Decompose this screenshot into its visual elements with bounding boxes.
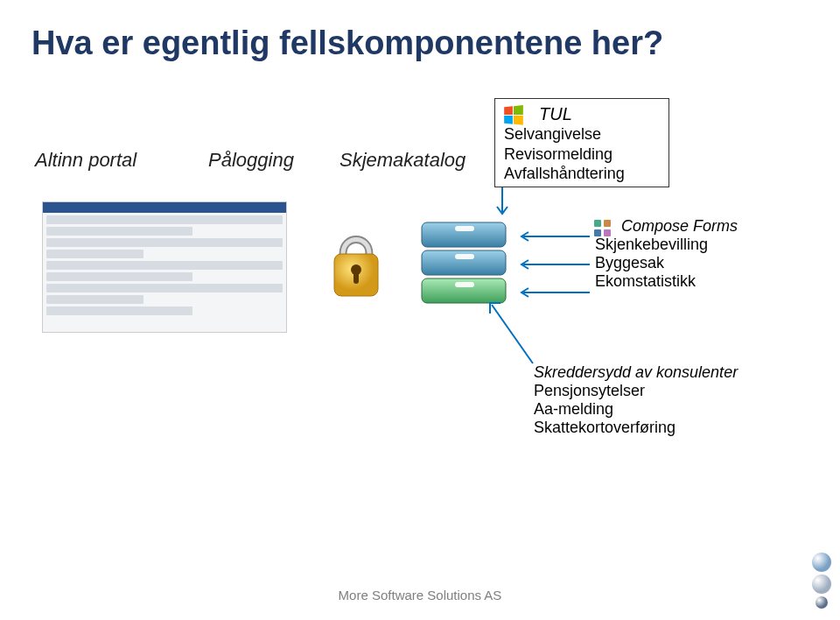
- arrow-db-to-compose-2: [516, 259, 590, 270]
- compose-heading: Compose Forms: [621, 217, 738, 236]
- page-title: Hva er egentlig fellskomponentene her?: [32, 25, 663, 62]
- svg-rect-9: [594, 220, 601, 227]
- custom-heading: Skreddersydd av konsulenter: [534, 363, 738, 382]
- label-skjemakatalog: Skjemakatalog: [340, 149, 466, 172]
- svg-rect-2: [354, 270, 359, 284]
- label-palogging: Pålogging: [208, 149, 294, 172]
- compose-forms-icon: [593, 219, 612, 238]
- lock-icon: [326, 221, 387, 304]
- compose-item: Ekomstatistikk: [595, 272, 738, 291]
- footer-text: More Software Solutions AS: [0, 588, 840, 602]
- custom-item: Pensjonsytelser: [534, 382, 738, 400]
- tul-item: Revisormelding: [504, 144, 660, 165]
- compose-forms-group: Compose Forms Skjenkebevilling Byggesak …: [595, 217, 738, 291]
- compose-item: Byggesak: [595, 254, 738, 272]
- custom-item: Skattekortoverføring: [534, 419, 738, 437]
- tul-heading: TUL: [539, 104, 660, 124]
- compose-item: Skjenkebevilling: [595, 236, 738, 254]
- tul-item: Selvangivelse: [504, 124, 660, 144]
- decorative-dot: [816, 596, 828, 609]
- altinn-portal-thumbnail: [42, 201, 287, 333]
- svg-rect-12: [604, 229, 611, 236]
- decorative-dots: [808, 550, 835, 611]
- arrow-custom-to-db: [485, 298, 537, 366]
- svg-rect-8: [455, 282, 474, 287]
- tul-item: Avfallshåndtering: [504, 164, 660, 184]
- decorative-dot: [812, 574, 831, 594]
- tul-group-box: TUL Selvangivelse Revisormelding Avfalls…: [494, 98, 669, 187]
- svg-rect-10: [604, 220, 611, 227]
- svg-line-17: [492, 305, 533, 363]
- svg-rect-6: [455, 226, 474, 231]
- svg-rect-11: [594, 229, 601, 236]
- arrow-tul-to-db: [494, 187, 510, 219]
- arrow-db-to-compose-1: [516, 231, 590, 242]
- custom-group: Skreddersydd av konsulenter Pensjonsytel…: [534, 363, 738, 437]
- custom-item: Aa-melding: [534, 400, 738, 419]
- decorative-dot: [812, 553, 831, 572]
- arrow-db-to-compose-3: [516, 287, 590, 298]
- windows-logo-icon: [502, 104, 525, 127]
- label-altinn-portal: Altinn portal: [35, 149, 136, 172]
- svg-rect-7: [455, 254, 474, 259]
